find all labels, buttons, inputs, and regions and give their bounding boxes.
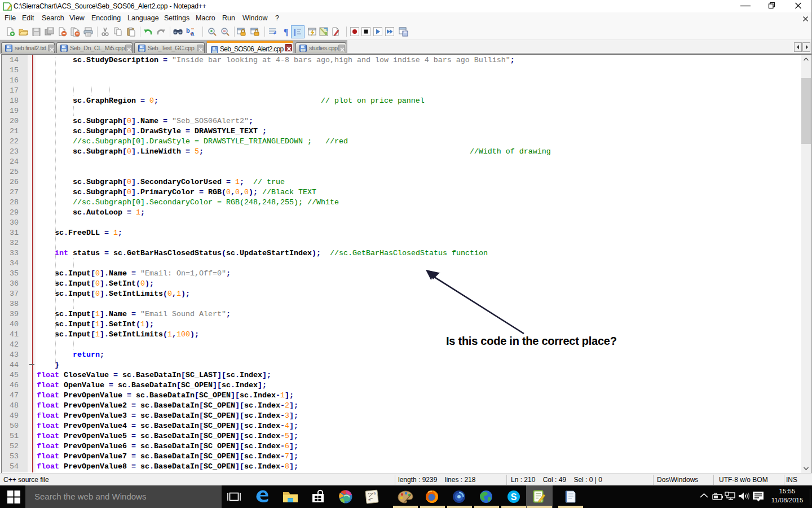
svg-text:8: 8 xyxy=(368,498,370,501)
svg-text:a: a xyxy=(191,30,195,37)
svg-text:S: S xyxy=(511,492,517,502)
svg-text:¶: ¶ xyxy=(284,27,289,37)
svg-text:b: b xyxy=(186,27,190,34)
